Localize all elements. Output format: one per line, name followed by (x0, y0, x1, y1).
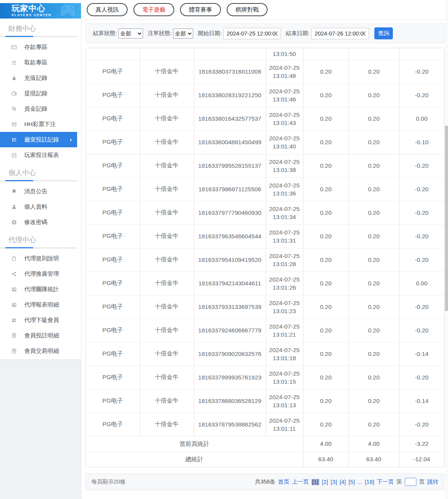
jump-button[interactable]: 跳转 (427, 478, 438, 486)
sidebar-item-agent-report-detail[interactable]: 代理報表明細 (0, 297, 81, 312)
sidebar-item-profile[interactable]: 個人資料 (0, 199, 81, 214)
next-page-link[interactable]: 下一页 (377, 478, 394, 486)
cell-order-no: 1816338004881450499 (194, 130, 266, 154)
cell-bet-time: 2024-07-2513:01:46 (266, 83, 303, 107)
cell-profit: -0.20 (399, 413, 444, 436)
cell-bet-amount: 0.20 (303, 319, 349, 342)
cell-order-no: 1816337954109419520 (194, 248, 266, 271)
tab-electronic-games[interactable]: 電子遊藝 (133, 3, 174, 16)
sidebar-item-member-transaction-detail[interactable]: 會員交易明細 (0, 343, 81, 359)
cell-order-no: 1816337963546604544 (194, 224, 266, 248)
cell-bet-time: 2024-07-2513:01:40 (266, 130, 303, 154)
clipboard-icon (11, 332, 17, 339)
sidebar-item-hh-lottery[interactable]: HH彩票下注 (0, 116, 81, 132)
cell-bet-time: 2024-07-2513:01:36 (266, 177, 303, 201)
page-summary-label: 當前頁統計 (86, 436, 303, 452)
page-link-1-current[interactable]: [1] (312, 479, 319, 485)
settle-status-select[interactable]: 全部 (118, 29, 143, 39)
sidebar-item-agent-team-stats[interactable]: 代理團隊統計 (0, 282, 81, 297)
cell-platform: PG电子 (86, 224, 140, 248)
page-summary-valid-bet: 4.00 (349, 436, 399, 452)
cell-bet-amount: 0.20 (303, 413, 349, 436)
page-link-2[interactable]: [2] (322, 479, 328, 485)
table-row: PG电子 十倍金牛 1816338028319221250 2024-07-25… (86, 83, 444, 107)
cell-game (140, 48, 194, 60)
page-link-3[interactable]: [3] (331, 479, 337, 485)
cell-bet-amount: 0.20 (303, 60, 349, 83)
search-button[interactable]: 查詢 (374, 27, 393, 39)
cell-order-no: 1816337924606667779 (194, 319, 266, 342)
gamepad-icon (56, 3, 79, 19)
cell-bet-amount: 0.20 (303, 130, 349, 154)
sidebar-item-change-password[interactable]: 修改密碼 (0, 214, 81, 230)
sidebar-item-deposit[interactable]: 存款專區 (0, 39, 81, 55)
start-date-input[interactable] (223, 28, 281, 39)
bet-records-table: 13:01:50 PG电子 十倍金牛 1816338037316011008 2… (86, 48, 445, 467)
sidebar-item-recharge-record[interactable]: 充值記錄 (0, 70, 81, 86)
cell-valid-bet: 0.20 (349, 60, 399, 83)
tab-sports[interactable]: 體育賽事 (180, 3, 221, 16)
prev-page-link[interactable]: 上一页 (292, 478, 309, 486)
sidebar-item-withdraw[interactable]: 取款專區 (0, 55, 81, 70)
total-summary-label: 總統計 (86, 452, 303, 467)
sidebar-item-funds-record[interactable]: 資金記錄 (0, 101, 81, 116)
sidebar-item-member-bet-detail[interactable]: 會員投註明細 (0, 328, 81, 343)
page-link-4[interactable]: [4] (340, 479, 346, 485)
sidebar-item-agent-sub-members[interactable]: 代理下級會員 (0, 312, 81, 328)
first-page-link[interactable]: 首页 (278, 478, 289, 486)
filter-bar: 結算狀態: 全部 注單狀態: 全部 開始日期: 結束日期: 查詢 (86, 24, 445, 43)
cell-order-no: 1816337933133697539 (194, 295, 266, 319)
page-link-18[interactable]: [18] (365, 479, 374, 485)
sidebar-item-label: 充值記錄 (24, 74, 47, 82)
cell-bet-time: 13:01:50 (266, 48, 303, 60)
page-summary-bet: 4.00 (303, 436, 349, 452)
page-link-5[interactable]: [5] (349, 479, 355, 485)
cell-valid-bet: 0.20 (349, 177, 399, 201)
cell-valid-bet: 0.20 (349, 107, 399, 130)
cell-game: 十倍金牛 (140, 271, 194, 295)
cell-bet-time: 2024-07-2513:01:11 (266, 413, 303, 436)
cell-game: 十倍金牛 (140, 319, 194, 342)
category-tabs: 真人視訊 電子遊藝 體育賽事 棋牌對戰 (82, 0, 448, 20)
room-list-icon (11, 137, 17, 143)
table-row: PG电子 十倍金牛 1816337924606667779 2024-07-25… (86, 319, 444, 342)
cell-platform: PG电子 (86, 177, 140, 201)
cell-platform: PG电子 (86, 389, 140, 413)
jump-prefix-label: 第 (396, 478, 402, 486)
bell-icon (11, 188, 17, 195)
jump-page-input[interactable] (405, 478, 416, 486)
cell-platform: PG电子 (86, 60, 140, 83)
table-row: PG电子 十倍金牛 1816338016432577537 2024-07-25… (86, 107, 444, 130)
cell-bet-time: 2024-07-2513:01:26 (266, 271, 303, 295)
cell-game: 十倍金牛 (140, 177, 194, 201)
table-row: PG电子 十倍金牛 1816337995528155137 2024-07-25… (86, 154, 444, 177)
vertical-scrollbar-thumb[interactable] (445, 126, 448, 311)
cell-valid-bet: 0.20 (349, 248, 399, 271)
tab-live-casino[interactable]: 真人視訊 (87, 3, 128, 16)
sidebar-item-agent-rules[interactable]: 代理規則說明 (0, 251, 81, 266)
cell-order-no: 1816337888036528129 (194, 389, 266, 413)
cell-bet-time: 2024-07-2513:01:31 (266, 224, 303, 248)
sidebar-item-label: 個人資料 (24, 203, 47, 211)
sidebar-item-label: 廳室投註記錄 (24, 136, 59, 143)
tab-board-card-games[interactable]: 棋牌對戰 (227, 3, 268, 16)
cell-game: 十倍金牛 (140, 342, 194, 366)
sidebar-item-label: 代理報表明細 (24, 301, 59, 309)
sidebar-item-label: 會員交易明細 (24, 347, 59, 355)
sidebar-item-agent-promotion[interactable]: 代理推廣管理 (0, 266, 81, 282)
cell-platform: PG电子 (86, 366, 140, 389)
cell-profit: -0.20 (399, 83, 444, 107)
cell-order-no: 1816337995528155137 (194, 154, 266, 177)
end-date-input[interactable] (311, 28, 369, 39)
order-status-select[interactable]: 全部 (173, 29, 193, 39)
sidebar-item-room-bet-records[interactable]: 廳室投註記錄 › (0, 132, 77, 147)
sidebar-item-announcements[interactable]: 消息公告 (0, 184, 81, 199)
sidebar-item-player-bet-report[interactable]: 玩家投注報表 (0, 147, 81, 163)
main-content: 真人視訊 電子遊藝 體育賽事 棋牌對戰 結算狀態: 全部 注單狀態: 全部 開始… (82, 0, 448, 499)
sidebar-item-label: 代理下級會員 (24, 317, 59, 324)
cell-bet-amount: 0.20 (303, 271, 349, 295)
cell-bet-time: 2024-07-2513:01:28 (266, 248, 303, 271)
cell-game: 十倍金牛 (140, 60, 194, 83)
sidebar-item-withdraw-record[interactable]: 提現記錄 (0, 86, 81, 101)
cell-profit: -0.20 (399, 201, 444, 224)
